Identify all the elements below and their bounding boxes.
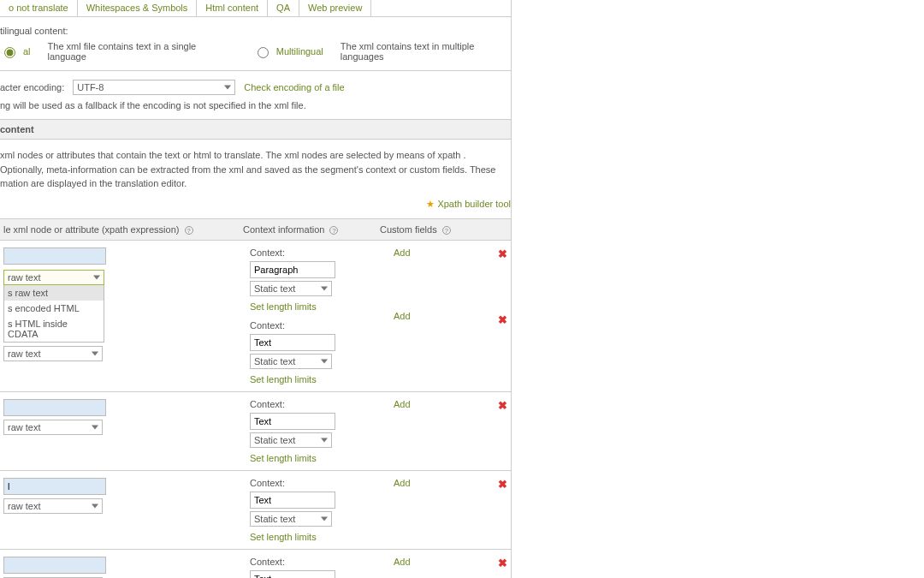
tab-do-not-translate[interactable]: o not translate bbox=[0, 0, 78, 16]
multilingual-header: tilingual content: bbox=[0, 26, 511, 36]
chevron-down-icon bbox=[321, 286, 328, 290]
set-length-limits-link[interactable]: Set length limits bbox=[250, 374, 387, 384]
content-type-value: raw text bbox=[8, 349, 41, 359]
context-label: Context: bbox=[250, 247, 387, 258]
help-icon[interactable]: ? bbox=[185, 226, 193, 235]
context-label: Context: bbox=[250, 557, 387, 567]
table-header: le xml node or attribute (xpath expressi… bbox=[0, 218, 511, 241]
chevron-down-icon bbox=[92, 351, 98, 355]
check-encoding-link[interactable]: Check encoding of a file bbox=[244, 82, 344, 92]
radio-multilingual-label: Multilingual bbox=[276, 46, 323, 57]
content-desc: xml nodes or attributes that contain the… bbox=[0, 148, 511, 191]
content-type-select[interactable]: raw text bbox=[3, 270, 104, 285]
radio-monolingual[interactable] bbox=[4, 47, 15, 58]
context-input[interactable] bbox=[250, 261, 335, 278]
context-type-value: Static text bbox=[254, 356, 295, 366]
set-length-limits-link[interactable]: Set length limits bbox=[250, 532, 387, 542]
add-custom-field-link[interactable]: Add bbox=[394, 557, 411, 579]
tabs: o not translate Whitespaces & Symbols Ht… bbox=[0, 0, 511, 17]
context-input[interactable] bbox=[250, 413, 335, 430]
context-type-select[interactable]: Static text bbox=[250, 281, 332, 296]
content-header: content bbox=[0, 124, 34, 134]
content-type-options: s raw text s encoded HTML s HTML inside … bbox=[3, 285, 104, 343]
star-icon: ★ bbox=[426, 199, 435, 209]
delete-row-button[interactable]: ✖ bbox=[498, 313, 507, 326]
tab-web-preview[interactable]: Web preview bbox=[299, 0, 371, 16]
content-type-select[interactable]: raw text bbox=[3, 346, 103, 361]
content-type-select[interactable]: raw text bbox=[3, 498, 103, 514]
content-type-value: raw text bbox=[8, 422, 41, 432]
context-type-select[interactable]: Static text bbox=[250, 354, 332, 369]
content-type-value: raw text bbox=[8, 501, 41, 511]
tab-qa[interactable]: QA bbox=[268, 0, 299, 16]
context-type-select[interactable]: Static text bbox=[250, 432, 332, 448]
encoding-hint: ng will be used as a fallback if the enc… bbox=[0, 100, 511, 110]
add-custom-field-link[interactable]: Add bbox=[394, 247, 411, 258]
table-row: raw text s raw text s encoded HTML s HTM… bbox=[0, 241, 511, 392]
col-custom-label: Custom fields bbox=[380, 224, 437, 235]
add-custom-field-link[interactable]: Add bbox=[394, 478, 411, 542]
chevron-down-icon bbox=[321, 438, 328, 442]
option-cdata[interactable]: s HTML inside CDATA bbox=[4, 316, 104, 342]
xpath-input[interactable] bbox=[3, 247, 106, 265]
set-length-limits-link[interactable]: Set length limits bbox=[250, 453, 387, 463]
col-context-label: Context information bbox=[243, 224, 324, 235]
help-icon[interactable]: ? bbox=[442, 226, 451, 235]
add-custom-field-link[interactable]: Add bbox=[394, 311, 411, 321]
table-row: raw text Context: Static text Set length… bbox=[0, 392, 511, 471]
context-type-value: Static text bbox=[254, 514, 295, 524]
set-length-limits-link[interactable]: Set length limits bbox=[250, 301, 387, 312]
delete-row-button[interactable]: ✖ bbox=[498, 399, 507, 463]
context-input[interactable] bbox=[250, 334, 335, 351]
option-raw-text[interactable]: s raw text bbox=[4, 285, 104, 301]
option-encoded[interactable]: s encoded HTML bbox=[4, 301, 104, 316]
context-label: Context: bbox=[250, 320, 387, 331]
content-type-select[interactable]: raw text bbox=[3, 420, 103, 435]
radio-multilingual[interactable] bbox=[258, 47, 269, 58]
xpath-input[interactable] bbox=[3, 478, 106, 495]
monolingual-desc: The xml file contains text in a single l… bbox=[48, 41, 228, 62]
encoding-label: acter encoding: bbox=[0, 82, 64, 92]
context-label: Context: bbox=[250, 478, 387, 488]
context-type-value: Static text bbox=[254, 283, 295, 294]
context-label: Context: bbox=[250, 399, 387, 409]
multilingual-desc: The xml contains text in multiple langua… bbox=[341, 41, 511, 62]
chevron-down-icon bbox=[321, 359, 328, 363]
help-icon[interactable]: ? bbox=[329, 226, 338, 235]
tab-html-content[interactable]: Html content bbox=[197, 0, 268, 16]
radio-monolingual-label: al bbox=[23, 46, 31, 57]
encoding-value: UTF-8 bbox=[77, 82, 104, 92]
delete-row-button[interactable]: ✖ bbox=[498, 247, 507, 260]
chevron-down-icon bbox=[92, 504, 98, 508]
context-type-select[interactable]: Static text bbox=[250, 511, 332, 527]
encoding-select[interactable]: UTF-8 bbox=[73, 80, 235, 95]
col-xpath-label: le xml node or attribute (xpath expressi… bbox=[3, 224, 179, 235]
delete-row-button[interactable]: ✖ bbox=[498, 557, 507, 579]
content-type-value: raw text bbox=[8, 272, 41, 283]
add-custom-field-link[interactable]: Add bbox=[394, 399, 411, 463]
chevron-down-icon bbox=[92, 425, 98, 429]
context-input[interactable] bbox=[250, 570, 335, 579]
table-row: raw text Context: Static text Set length… bbox=[0, 550, 511, 579]
tab-whitespaces[interactable]: Whitespaces & Symbols bbox=[78, 0, 198, 16]
chevron-down-icon bbox=[321, 516, 328, 521]
delete-row-button[interactable]: ✖ bbox=[498, 478, 507, 542]
table-row: raw text Context: Static text Set length… bbox=[0, 471, 511, 550]
chevron-down-icon bbox=[93, 275, 100, 279]
xpath-input[interactable] bbox=[3, 557, 106, 574]
context-type-value: Static text bbox=[254, 435, 295, 445]
xpath-builder-link[interactable]: Xpath builder tool bbox=[437, 199, 511, 209]
context-input[interactable] bbox=[250, 492, 335, 509]
chevron-down-icon bbox=[224, 86, 231, 90]
xpath-input[interactable] bbox=[3, 399, 106, 416]
